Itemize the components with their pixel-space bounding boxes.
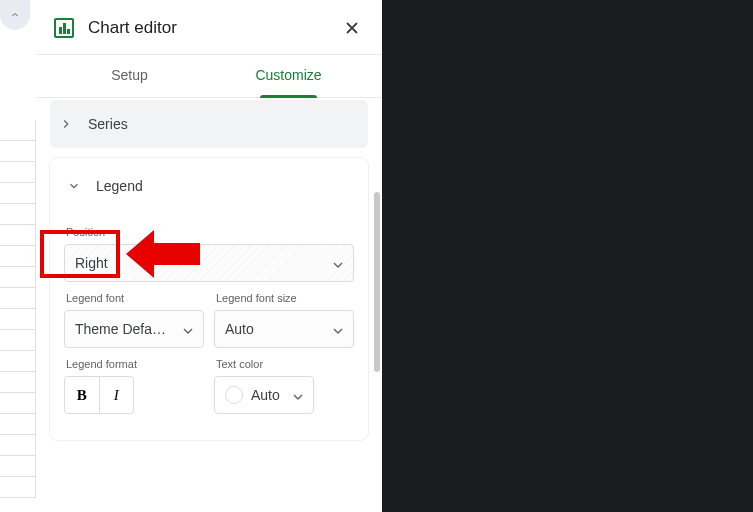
tab-customize[interactable]: Customize [209, 55, 368, 97]
italic-button[interactable]: I [100, 377, 134, 413]
position-label: Position [66, 226, 354, 238]
chevron-right-icon [56, 114, 76, 134]
dropdown-arrow-icon [183, 321, 193, 337]
panel-title: Chart editor [88, 18, 340, 38]
legend-font-value: Theme Defaul... [75, 321, 169, 337]
scrollbar-thumb[interactable] [374, 192, 380, 372]
position-value: Right [75, 255, 108, 271]
close-button[interactable] [340, 16, 364, 40]
dropdown-arrow-icon [333, 321, 343, 337]
legend-font-label: Legend font [66, 292, 204, 304]
bold-button[interactable]: B [65, 377, 100, 413]
section-legend-title: Legend [96, 178, 143, 194]
legend-font-size-dropdown[interactable]: Auto [214, 310, 354, 348]
chevron-up-icon [9, 9, 21, 21]
chevron-down-icon [64, 176, 84, 196]
section-series-title: Series [88, 116, 128, 132]
legend-format-label: Legend format [66, 358, 204, 370]
close-icon [344, 20, 360, 36]
legend-font-dropdown[interactable]: Theme Defaul... [64, 310, 204, 348]
dropdown-arrow-icon [293, 386, 303, 404]
section-legend-header[interactable]: Legend [58, 162, 360, 210]
tabs: Setup Customize [36, 55, 382, 98]
text-color-value: Auto [251, 387, 280, 403]
chart-icon [54, 18, 74, 38]
text-color-label: Text color [216, 358, 354, 370]
section-series-header[interactable]: Series [50, 100, 368, 148]
chart-editor-panel: Chart editor Setup Customize Series Lege… [36, 0, 382, 512]
legend-font-size-value: Auto [225, 321, 254, 337]
collapse-button[interactable] [0, 0, 30, 30]
format-buttons: B I [64, 376, 134, 414]
dropdown-arrow-icon [333, 255, 343, 271]
legend-font-size-label: Legend font size [216, 292, 354, 304]
position-dropdown[interactable]: Right [64, 244, 354, 282]
color-swatch [225, 386, 243, 404]
spreadsheet-grid-edge [0, 120, 36, 512]
dark-background [382, 0, 753, 512]
scrollbar[interactable] [374, 192, 380, 472]
text-color-dropdown[interactable]: Auto [214, 376, 314, 414]
tab-setup[interactable]: Setup [50, 55, 209, 97]
